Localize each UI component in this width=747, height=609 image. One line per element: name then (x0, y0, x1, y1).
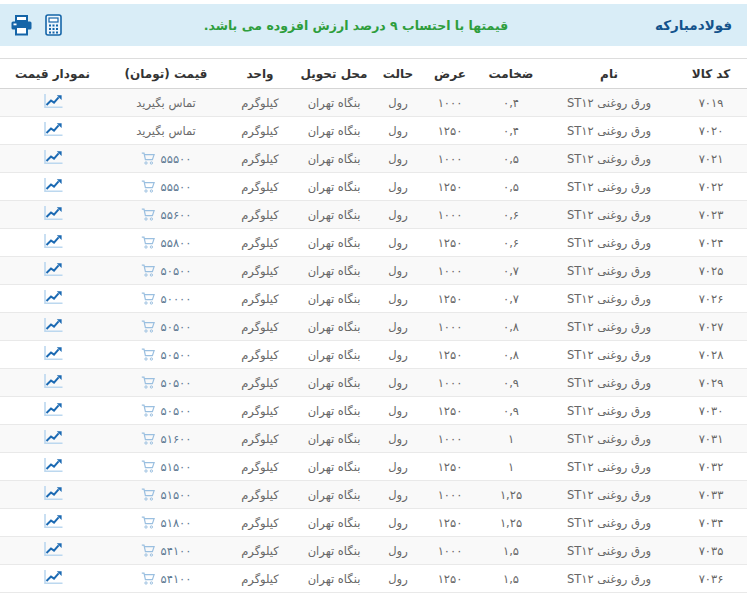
price-value: ۵۰۵۰۰ (161, 376, 192, 390)
add-to-cart-button[interactable] (141, 544, 156, 557)
unit-cell: کیلوگرم (227, 509, 293, 537)
table-row: ۷۰۳۵ورق روغنی ST۱۲۱,۵۱۰۰۰رولبنگاه تهرانک… (0, 537, 747, 565)
price-chart-cell (0, 397, 105, 425)
page-title: فولادمبارکه (640, 17, 747, 33)
price-chart-cell (0, 229, 105, 257)
price-chart-cell (0, 89, 105, 117)
table-row: ۷۰۱۹ورق روغنی ST۱۲۰,۴۱۰۰۰رولبنگاه تهرانک… (0, 89, 747, 117)
cart-icon (141, 236, 156, 249)
price-chart-icon (43, 150, 63, 165)
price-cell: ۵۵۵۰۰ (105, 145, 227, 173)
calculator-icon (45, 14, 62, 36)
price-chart-link[interactable] (43, 318, 63, 333)
add-to-cart-button[interactable] (141, 236, 156, 249)
price-chart-link[interactable] (43, 430, 63, 445)
product-name-cell: ورق روغنی ST۱۲ (543, 173, 675, 201)
price-chart-link[interactable] (43, 402, 63, 417)
calculator-button[interactable] (45, 14, 62, 36)
add-to-cart-button[interactable] (141, 264, 156, 277)
price-chart-cell (0, 537, 105, 565)
product-name-cell: ورق روغنی ST۱۲ (543, 89, 675, 117)
price-chart-link[interactable] (43, 150, 63, 165)
unit-cell: کیلوگرم (227, 481, 293, 509)
add-to-cart-button[interactable] (141, 180, 156, 193)
price-chart-cell (0, 565, 105, 593)
add-to-cart-button[interactable] (141, 460, 156, 473)
table-row: ۷۰۲۲ورق روغنی ST۱۲۰,۵۱۲۵۰رولبنگاه تهرانک… (0, 173, 747, 201)
add-to-cart-button[interactable] (141, 516, 156, 529)
price-chart-link[interactable] (43, 122, 63, 137)
thickness-cell: ۱,۲۵ (479, 481, 543, 509)
price-value-wrap: ۵۵۵۰۰ (141, 152, 192, 166)
price-cell: ۵۰۵۰۰ (105, 369, 227, 397)
price-chart-cell (0, 117, 105, 145)
price-chart-link[interactable] (43, 206, 63, 221)
product-name-cell: ورق روغنی ST۱۲ (543, 257, 675, 285)
delivery-cell: بنگاه تهران (293, 285, 375, 313)
delivery-cell: بنگاه تهران (293, 509, 375, 537)
product-code-cell: ۷۰۲۷ (675, 313, 747, 341)
delivery-cell: بنگاه تهران (293, 537, 375, 565)
price-value-wrap: ۵۱۵۰۰ (141, 488, 192, 502)
price-chart-cell (0, 369, 105, 397)
add-to-cart-button[interactable] (141, 376, 156, 389)
product-code-cell: ۷۰۱۹ (675, 89, 747, 117)
product-code-cell: ۷۰۳۲ (675, 453, 747, 481)
price-chart-cell (0, 285, 105, 313)
unit-cell: کیلوگرم (227, 257, 293, 285)
price-value: ۵۰۵۰۰ (161, 404, 192, 418)
price-chart-link[interactable] (43, 458, 63, 473)
price-chart-icon (43, 346, 63, 361)
add-to-cart-button[interactable] (141, 572, 156, 585)
price-chart-link[interactable] (43, 178, 63, 193)
add-to-cart-button[interactable] (141, 432, 156, 445)
price-value-wrap: ۵۱۶۰۰ (141, 432, 192, 446)
product-code-cell: ۷۰۲۳ (675, 201, 747, 229)
price-cell: ۵۰۵۰۰ (105, 397, 227, 425)
product-code-cell: ۷۰۳۴ (675, 509, 747, 537)
product-name-cell: ورق روغنی ST۱۲ (543, 453, 675, 481)
price-chart-link[interactable] (43, 290, 63, 305)
table-row: ۷۰۲۱ورق روغنی ST۱۲۰,۵۱۰۰۰رولبنگاه تهرانک… (0, 145, 747, 173)
price-chart-link[interactable] (43, 346, 63, 361)
delivery-cell: بنگاه تهران (293, 565, 375, 593)
add-to-cart-button[interactable] (141, 320, 156, 333)
print-button[interactable] (10, 15, 33, 36)
price-chart-link[interactable] (43, 542, 63, 557)
table-row: ۷۰۲۸ورق روغنی ST۱۲۰,۸۱۲۵۰رولبنگاه تهرانک… (0, 341, 747, 369)
add-to-cart-button[interactable] (141, 208, 156, 221)
product-name-cell: ورق روغنی ST۱۲ (543, 425, 675, 453)
cart-icon (141, 264, 156, 277)
price-chart-link[interactable] (43, 514, 63, 529)
price-value-wrap: ۵۰۰۰۰ (141, 292, 192, 306)
width-cell: ۱۲۵۰ (421, 229, 479, 257)
width-cell: ۱۲۵۰ (421, 341, 479, 369)
price-chart-icon (43, 290, 63, 305)
thickness-cell: ۰,۴ (479, 117, 543, 145)
price-chart-icon (43, 542, 63, 557)
column-header: کد کالا (675, 59, 747, 89)
thickness-cell: ۱,۵ (479, 537, 543, 565)
price-chart-link[interactable] (43, 94, 63, 109)
state-cell: رول (375, 257, 421, 285)
column-header: ضخامت (479, 59, 543, 89)
delivery-cell: بنگاه تهران (293, 313, 375, 341)
add-to-cart-button[interactable] (141, 292, 156, 305)
price-chart-link[interactable] (43, 374, 63, 389)
price-chart-link[interactable] (43, 570, 63, 585)
price-cell: ۵۱۵۰۰ (105, 453, 227, 481)
price-chart-cell (0, 145, 105, 173)
price-chart-link[interactable] (43, 234, 63, 249)
add-to-cart-button[interactable] (141, 488, 156, 501)
price-cell: ۵۰۰۰۰ (105, 285, 227, 313)
width-cell: ۱۲۵۰ (421, 117, 479, 145)
price-chart-link[interactable] (43, 262, 63, 277)
width-cell: ۱۰۰۰ (421, 89, 479, 117)
add-to-cart-button[interactable] (141, 348, 156, 361)
add-to-cart-button[interactable] (141, 152, 156, 165)
add-to-cart-button[interactable] (141, 404, 156, 417)
table-row: ۷۰۲۳ورق روغنی ST۱۲۰,۶۱۰۰۰رولبنگاه تهرانک… (0, 201, 747, 229)
price-chart-cell (0, 425, 105, 453)
state-cell: رول (375, 285, 421, 313)
price-chart-link[interactable] (43, 486, 63, 501)
